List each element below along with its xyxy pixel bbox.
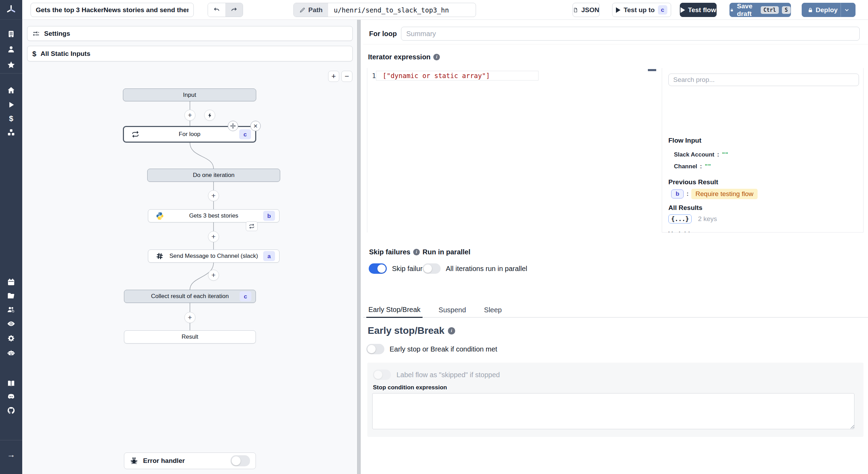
test-flow-button[interactable]: Test flow [680,3,717,17]
node-do-one-iteration[interactable]: Do one iteration [147,169,280,182]
flow-edges [22,20,356,474]
expand-sidebar-arrow-icon[interactable]: → [7,450,15,459]
insert-step-button[interactable]: + [184,110,195,121]
context-props-panel: Flow Input Slack Account : "" Channel : … [662,68,863,232]
info-icon[interactable]: i [433,54,440,60]
home-icon[interactable] [7,86,15,94]
workspace-icon[interactable] [7,30,15,38]
run-in-parallel-row: All iterations run in parallel [423,263,527,274]
flow-input-row[interactable]: Slack Account : "" [674,151,728,158]
settings-gear-icon[interactable] [7,334,15,342]
flow-graph-panel: Settings $ All Static Inputs + − Input [22,20,356,474]
github-icon[interactable] [7,406,15,415]
save-lock-icon [730,7,734,13]
move-node-button[interactable] [228,121,238,131]
json-button[interactable]: JSON [573,3,600,17]
schedules-calendar-icon[interactable] [7,278,15,286]
prev-step-badge[interactable]: b [671,189,684,198]
runs-play-icon[interactable] [7,101,15,109]
python-icon [155,211,164,220]
run-in-parallel-toggle[interactable] [423,263,441,274]
node-collect-result[interactable]: Collect result of each iteration c [124,290,256,303]
previous-result-title: Previous Result [668,178,718,186]
file-icon [573,7,578,13]
node-gets-3-best-stories[interactable]: Gets 3 best stories b [148,209,279,222]
delete-node-button[interactable]: ✕ [250,121,261,131]
tab-suspend[interactable]: Suspend [436,306,468,317]
run-in-parallel-label: All iterations run in parallel [446,265,527,273]
slack-icon [155,252,164,261]
object-expand-chip[interactable]: {...} [668,214,692,223]
ai-robot-icon[interactable] [7,349,15,357]
search-prop-input[interactable] [668,74,859,86]
node-send-message-to-channel[interactable]: Send Message to Channel (slack) a [148,249,279,263]
insert-step-button[interactable]: + [208,190,219,201]
path-label: Path [294,3,328,17]
kbd-ctrl: Ctrl [761,6,779,14]
variables-dollar-icon[interactable]: $ [7,115,15,123]
path-value: u/henri/send_to_slack_top3_hn [328,3,454,17]
info-icon[interactable]: i [448,327,455,335]
test-up-to-button[interactable]: Test up to c [612,3,671,17]
label-skipped-row: Label flow as "skipped" if stopped [373,370,500,380]
windmill-logo[interactable] [0,0,22,20]
redo-button[interactable] [225,3,243,17]
loop-over-button[interactable] [246,221,258,231]
flow-title-input[interactable] [31,3,194,17]
discord-icon[interactable] [7,392,15,401]
trigger-lightning-button[interactable] [204,110,215,121]
skip-failures-row: Skip failures [369,263,430,274]
flow-input-row[interactable]: Channel : "" [674,163,711,170]
node-id-badge: b [263,211,275,221]
docs-book-icon[interactable] [7,379,15,388]
skip-failures-toggle[interactable] [369,263,387,274]
insert-step-button[interactable]: + [208,231,219,242]
early-stop-heading: Early stop/Break i [368,325,455,336]
chevron-down-icon[interactable] [844,7,850,13]
save-draft-button[interactable]: Save draft Ctrl S [729,3,791,17]
error-handler-toggle[interactable] [231,455,250,466]
stop-condition-section: Label flow as "skipped" if stopped Stop … [367,363,863,437]
flow-canvas[interactable]: Input + For loop c ✕ Do one iteration [22,20,356,474]
close-icon: ✕ [253,123,258,129]
insert-step-button[interactable]: + [208,270,219,281]
label-skipped-toggle[interactable] [373,370,391,380]
resources-cubes-icon[interactable] [7,128,15,137]
insert-step-button[interactable]: + [184,312,195,323]
run-in-parallel-title: Run in parallel [423,248,470,256]
move-icon [230,123,236,129]
previous-result-row: b : Require testing flow [671,189,758,199]
sidebar-separator [0,440,22,440]
favorites-star-icon[interactable] [7,61,15,69]
deploy-lock-icon [807,7,813,13]
info-icon[interactable]: i [413,249,420,255]
loop-icon [131,130,140,139]
early-stop-toggle[interactable] [366,344,384,354]
panel-resizer[interactable] [356,20,363,474]
tab-early-stop-break[interactable]: Early Stop/Break [366,306,423,318]
audit-eye-icon[interactable] [7,320,15,328]
iterator-code-editor[interactable]: 1 ["dynamic or static array"] [367,68,662,232]
tab-sleep[interactable]: Sleep [482,306,504,317]
node-id-badge: c [239,129,251,139]
deploy-split-divider [841,3,841,17]
undo-button[interactable] [208,3,225,17]
label-skipped-label: Label flow as "skipped" if stopped [397,371,500,379]
topbar: Path u/henri/send_to_slack_top3_hn JSON … [22,0,868,20]
folders-icon[interactable] [7,291,15,300]
error-handler-box[interactable]: Error handler [124,452,256,469]
loop-icon [249,223,255,229]
path-field[interactable]: Path u/henri/send_to_slack_top3_hn [293,3,476,17]
node-input[interactable]: Input [123,88,256,101]
editor-code: ["dynamic or static array"] [383,72,490,79]
variables-title: Variables [668,230,697,232]
groups-users-icon[interactable] [7,305,15,314]
deploy-button[interactable]: Deploy [802,3,856,17]
early-stop-label: Early stop or Break if condition met [390,345,497,353]
summary-input[interactable] [401,27,860,41]
stop-condition-textarea[interactable] [372,393,854,429]
node-id-badge: a [263,251,275,261]
node-result[interactable]: Result [124,330,256,344]
user-icon[interactable] [7,45,15,53]
node-id-badge: c [240,291,251,302]
